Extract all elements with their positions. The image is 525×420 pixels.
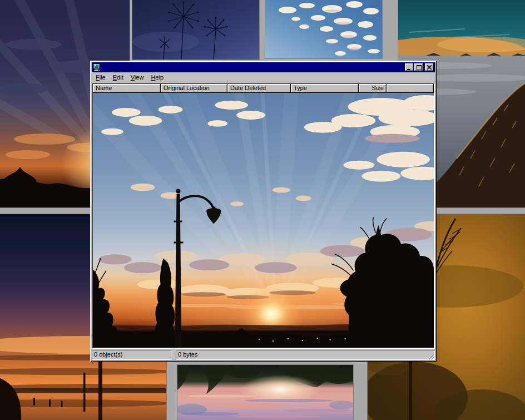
column-header-blank[interactable] [387, 84, 434, 93]
column-header-size[interactable]: Size [359, 84, 387, 93]
recycle-bin-window: File Edit View Help Name Original Locati… [90, 61, 437, 362]
column-header-type[interactable]: Type [291, 84, 359, 93]
minimize-icon [407, 65, 412, 70]
wallpaper-tile-altocumulus [265, 0, 382, 58]
column-header-row: Name Original Location Date Deleted Type… [93, 84, 434, 93]
list-view[interactable]: Name Original Location Date Deleted Type… [92, 83, 435, 349]
menu-help[interactable]: Help [147, 73, 167, 82]
menu-view-rest: iew [135, 74, 144, 81]
menu-view-accel: V [131, 74, 135, 81]
computer-icon[interactable] [93, 63, 101, 71]
wallpaper-tile-water-reflection [177, 365, 353, 420]
title-bar[interactable] [92, 62, 435, 72]
resize-grip-icon[interactable] [428, 353, 435, 360]
column-header-date-deleted[interactable]: Date Deleted [227, 84, 291, 93]
desktop: File Edit View Help Name Original Locati… [0, 0, 525, 420]
menu-file[interactable]: File [92, 73, 110, 82]
column-header-name[interactable]: Name [93, 84, 161, 93]
status-bar: 0 object(s) 0 bytes [92, 350, 435, 360]
wallpaper-tile-seed-heads [132, 0, 259, 60]
menu-help-rest: elp [155, 74, 164, 81]
menu-bar: File Edit View Help [92, 72, 435, 83]
menu-edit[interactable]: Edit [110, 73, 127, 82]
menu-file-accel: F [96, 74, 100, 81]
column-header-original-location[interactable]: Original Location [161, 84, 227, 93]
menu-view[interactable]: View [127, 73, 148, 82]
minimize-button[interactable] [405, 63, 414, 71]
menu-file-rest: ile [100, 74, 106, 81]
close-button[interactable] [425, 63, 434, 71]
status-object-count: 0 object(s) [92, 350, 171, 360]
sunset-lamp-photo [93, 93, 434, 348]
menu-edit-accel: E [113, 74, 117, 81]
close-icon [427, 65, 432, 70]
menu-edit-rest: dit [117, 74, 123, 81]
maximize-button[interactable] [414, 63, 423, 71]
maximize-icon [417, 65, 422, 70]
status-byte-count: 0 bytes [176, 350, 435, 360]
